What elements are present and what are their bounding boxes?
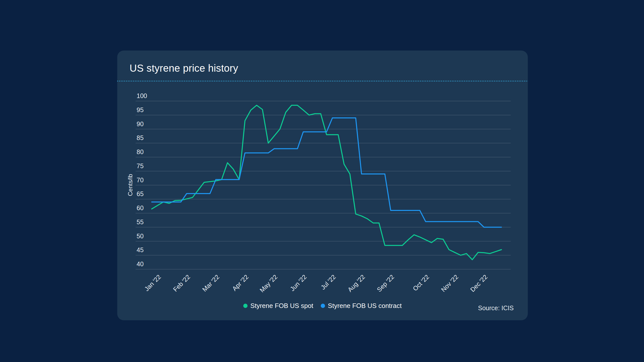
y-tick-label: 45 <box>137 247 144 253</box>
y-tick-label: 40 <box>137 261 144 267</box>
legend-label-spot: Styrene FOB US spot <box>250 302 313 310</box>
y-tick-label: 90 <box>137 121 144 127</box>
y-tick-label: 80 <box>137 149 144 155</box>
y-tick-label: 70 <box>137 177 144 184</box>
legend-item-contract[interactable]: Styrene FOB US contract <box>321 302 401 310</box>
series-line-spot <box>152 105 501 260</box>
y-tick-label: 60 <box>137 205 144 211</box>
y-tick-label: 100 <box>137 93 147 99</box>
y-tick-label: 65 <box>137 191 144 197</box>
legend-marker-spot-icon <box>243 304 248 308</box>
legend-item-spot[interactable]: Styrene FOB US spot <box>243 302 313 310</box>
legend-marker-contract-icon <box>321 304 325 308</box>
plot-area: 404550556065707580859095100 Jan '22Feb '… <box>117 51 528 320</box>
y-tick-label: 55 <box>137 219 144 225</box>
legend: Styrene FOB US spot Styrene FOB US contr… <box>117 302 528 310</box>
legend-label-contract: Styrene FOB US contract <box>328 302 401 310</box>
y-axis-title: Cents/lb <box>127 174 134 196</box>
source-credit: Source: ICIS <box>478 304 514 312</box>
y-tick-label: 75 <box>137 163 144 169</box>
y-tick-label: 95 <box>137 107 144 113</box>
y-tick-label: 50 <box>137 233 144 240</box>
chart-card: US styrene price history 404550556065707… <box>117 51 528 320</box>
y-tick-label: 85 <box>137 134 144 141</box>
line-chart <box>117 51 528 320</box>
